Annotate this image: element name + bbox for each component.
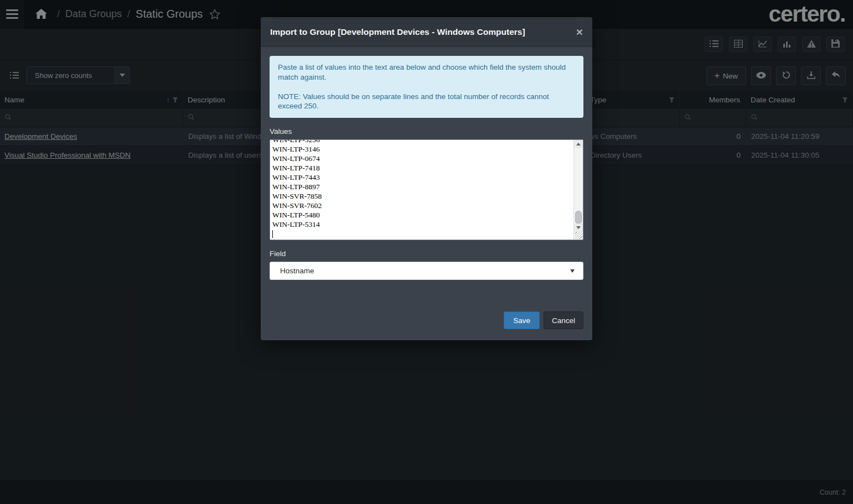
info-box: Paste a list of values into the text are… bbox=[270, 56, 583, 118]
scroll-thumb[interactable] bbox=[575, 211, 582, 224]
cancel-button[interactable]: Cancel bbox=[544, 311, 583, 329]
dialog-title: Import to Group [Development Devices - W… bbox=[270, 27, 525, 37]
app-root: / Data Groups / Static Groups certero. bbox=[0, 0, 853, 504]
import-to-group-dialog: Import to Group [Development Devices - W… bbox=[261, 17, 592, 340]
values-label: Values bbox=[270, 127, 583, 136]
dialog-header: Import to Group [Development Devices - W… bbox=[261, 17, 592, 47]
textarea-scrollbar[interactable] bbox=[573, 140, 583, 240]
resize-grip-icon[interactable] bbox=[575, 232, 582, 239]
values-text: WIN-LTP-3256 WIN-LTP-3146 WIN-LTP-0674 W… bbox=[272, 139, 572, 229]
info-note-paragraph: NOTE: Values should be on separate lines… bbox=[278, 92, 575, 112]
scroll-up-button[interactable] bbox=[574, 140, 583, 148]
triangle-up-icon bbox=[576, 143, 581, 146]
text-cursor bbox=[272, 230, 273, 238]
dialog-footer: Save Cancel bbox=[261, 311, 592, 340]
dialog-body: Paste a list of values into the text are… bbox=[261, 47, 592, 311]
field-label: Field bbox=[270, 250, 583, 258]
field-select-value: Hostname bbox=[280, 267, 314, 275]
save-button[interactable]: Save bbox=[504, 311, 540, 329]
field-select[interactable]: Hostname bbox=[270, 262, 583, 280]
triangle-down-icon bbox=[576, 226, 581, 229]
values-textarea[interactable]: WIN-LTP-3256 WIN-LTP-3146 WIN-LTP-0674 W… bbox=[270, 139, 583, 240]
select-caret-icon bbox=[570, 269, 575, 273]
info-paragraph: Paste a list of values into the text are… bbox=[278, 63, 575, 82]
scroll-down-button[interactable] bbox=[574, 224, 583, 232]
close-button[interactable]: × bbox=[576, 26, 583, 38]
